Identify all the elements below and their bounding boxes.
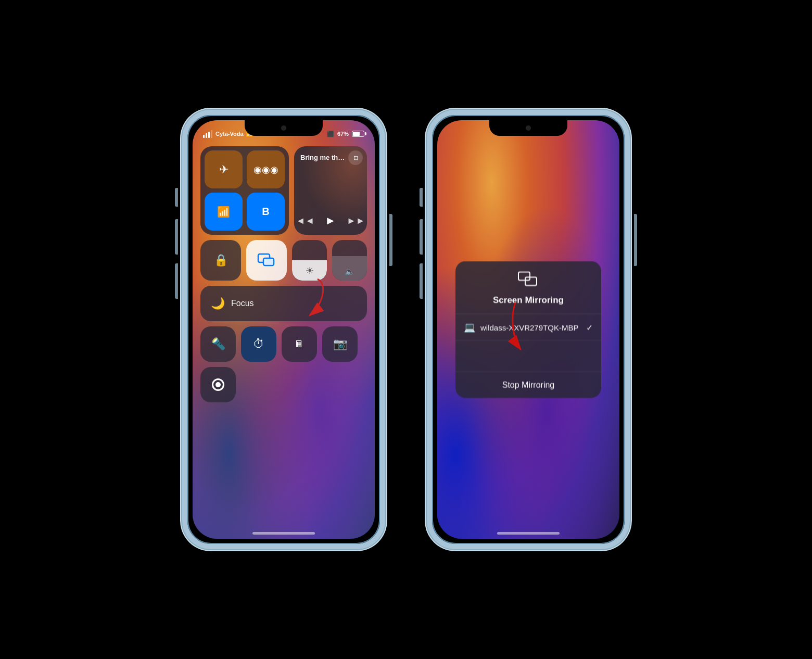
signal-bar-2 — [206, 133, 207, 138]
screen-record-button[interactable] — [200, 367, 236, 402]
stop-mirroring-label[interactable]: Stop Mirroring — [502, 381, 554, 390]
media-player-tile[interactable]: ⊡ Bring me the ho... ◄◄ ► ►► — [294, 146, 367, 235]
focus-tile[interactable]: 🌙 Focus — [200, 286, 367, 321]
record-dot — [215, 382, 221, 387]
status-left: Cyta-Voda 📶 — [203, 130, 253, 138]
play-button[interactable]: ► — [325, 214, 336, 227]
signal-bar-1 — [203, 135, 205, 138]
phone-1-frame: Cyta-Voda 📶 ⬛ 67% — [182, 110, 385, 549]
connected-checkmark: ✓ — [586, 322, 593, 332]
airplane-mode-button[interactable]: ✈ — [205, 150, 243, 188]
volume-down-button — [175, 263, 178, 299]
power-button-2 — [634, 214, 637, 266]
mute-button — [175, 188, 178, 207]
connectivity-grid: ✈ ◉◉◉ 📶 B — [200, 146, 289, 235]
laptop-icon: 💻 — [464, 322, 475, 333]
cellular-button[interactable]: ◉◉◉ — [247, 150, 285, 188]
signal-bar-4 — [211, 130, 212, 138]
brightness-icon: ☀ — [306, 265, 314, 276]
front-camera-2 — [526, 125, 531, 131]
airplay-symbol: ⊡ — [353, 155, 358, 161]
device-name: wildass-XXVR279TQK-MBP — [480, 323, 581, 332]
cellular-icon: ◉◉◉ — [253, 164, 278, 175]
camera-icon: 📷 — [333, 337, 347, 351]
battery-fill — [353, 132, 360, 136]
mirroring-gap-area — [455, 341, 601, 372]
record-ring — [212, 378, 224, 391]
signal-bar-3 — [208, 132, 210, 138]
airplane-icon: ✈ — [219, 163, 229, 176]
timer-icon: ⏱ — [253, 337, 264, 351]
utilities-row: 🔦 ⏱ 🖩 📷 — [200, 326, 367, 362]
mirroring-header: Screen Mirroring — [455, 261, 601, 314]
mirroring-device-row[interactable]: 💻 wildass-XXVR279TQK-MBP ✓ — [455, 314, 601, 341]
bluetooth-button[interactable]: B — [247, 193, 285, 231]
fast-forward-button[interactable]: ►► — [347, 216, 365, 226]
focus-label: Focus — [231, 299, 254, 308]
bluetooth-icon: B — [262, 206, 269, 218]
wifi-icon: 📶 — [217, 206, 230, 218]
volume-up-button-2 — [420, 219, 423, 255]
notch-2 — [489, 120, 567, 136]
screen-mirror-button[interactable] — [246, 240, 287, 281]
flashlight-button[interactable]: 🔦 — [200, 326, 236, 362]
media-title: Bring me the ho... — [300, 154, 346, 161]
control-center: ✈ ◉◉◉ 📶 B — [200, 146, 367, 518]
timer-button[interactable]: ⏱ — [241, 326, 276, 362]
airplay-icon: ⬛ — [327, 131, 334, 137]
flashlight-icon: 🔦 — [211, 337, 225, 351]
orientation-lock-button[interactable]: 🔒 — [200, 240, 241, 281]
wifi-button[interactable]: 📶 — [205, 193, 243, 231]
mute-button-2 — [420, 188, 423, 207]
rewind-button[interactable]: ◄◄ — [296, 216, 314, 226]
notch — [245, 120, 323, 136]
mirroring-title: Screen Mirroring — [493, 295, 564, 306]
battery-percentage: 67% — [337, 131, 349, 137]
volume-icon: 🔈 — [345, 267, 355, 276]
svg-rect-5 — [525, 277, 537, 286]
status-right: ⬛ 67% — [327, 131, 364, 137]
volume-slider[interactable]: 🔈 — [332, 240, 367, 281]
airplay-media-icon: ⊡ — [348, 150, 363, 165]
power-button — [389, 214, 392, 266]
carrier-label: Cyta-Voda — [215, 131, 244, 137]
media-controls: ◄◄ ► ►► — [294, 214, 367, 227]
volume-down-button-2 — [420, 263, 423, 299]
sliders-container: ☀ 🔈 — [292, 240, 367, 281]
stop-mirroring-row[interactable]: Stop Mirroring — [455, 372, 601, 398]
orientation-lock-icon: 🔒 — [214, 254, 228, 267]
mirroring-panel-icon — [518, 272, 539, 291]
volume-up-button — [175, 219, 178, 255]
phone-2: Screen Mirroring 💻 wildass-XXVR279TQK-MB… — [427, 110, 630, 549]
top-row: ✈ ◉◉◉ 📶 B — [200, 146, 367, 235]
screen-mirror-icon — [257, 253, 276, 268]
calculator-button[interactable]: 🖩 — [282, 326, 317, 362]
calculator-icon: 🖩 — [295, 339, 304, 350]
svg-rect-2 — [264, 259, 273, 264]
signal-bars — [203, 130, 212, 138]
phone-1: Cyta-Voda 📶 ⬛ 67% — [182, 110, 385, 549]
row-5 — [200, 367, 367, 402]
home-indicator — [252, 532, 315, 535]
home-indicator-2 — [497, 532, 560, 535]
moon-icon: 🌙 — [211, 297, 225, 310]
row-3: 🌙 Focus — [200, 286, 367, 321]
phone-2-frame: Screen Mirroring 💻 wildass-XXVR279TQK-MB… — [427, 110, 630, 549]
battery-icon — [352, 131, 364, 137]
front-camera — [281, 125, 286, 131]
row-2: 🔒 ☀ — [200, 240, 367, 281]
phone-1-screen: Cyta-Voda 📶 ⬛ 67% — [193, 120, 375, 539]
brightness-slider[interactable]: ☀ — [292, 240, 327, 281]
screen-mirroring-panel: Screen Mirroring 💻 wildass-XXVR279TQK-MB… — [455, 261, 601, 398]
svg-rect-4 — [518, 272, 530, 281]
phone-2-screen: Screen Mirroring 💻 wildass-XXVR279TQK-MB… — [437, 120, 619, 539]
camera-button[interactable]: 📷 — [322, 326, 358, 362]
